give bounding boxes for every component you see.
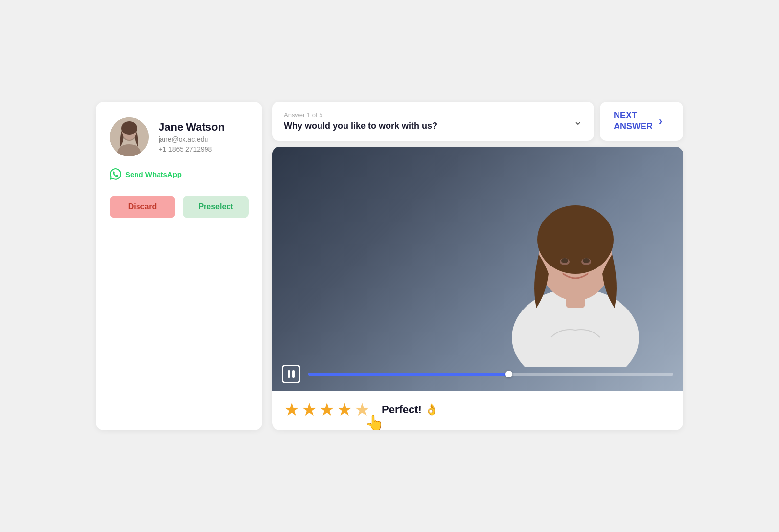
svg-point-10 xyxy=(561,258,568,263)
profile-header: Jane Watson jane@ox.ac.edu +1 1865 27129… xyxy=(110,117,249,156)
preselect-button[interactable]: Preselect xyxy=(183,196,249,218)
profile-info: Jane Watson jane@ox.ac.edu +1 1865 27129… xyxy=(159,121,225,153)
right-section: Answer 1 of 5 Why would you like to work… xyxy=(272,102,683,430)
video-controls xyxy=(272,357,683,391)
svg-point-3 xyxy=(121,121,137,135)
next-arrow-icon: › xyxy=(659,115,662,128)
question-text: Why would you like to work with us? xyxy=(284,121,437,131)
svg-point-7 xyxy=(537,205,614,274)
video-person xyxy=(473,156,668,367)
svg-point-11 xyxy=(583,258,590,263)
avatar xyxy=(110,117,149,156)
action-buttons: Discard Preselect xyxy=(110,196,249,218)
whatsapp-button[interactable]: Send WhatsApp xyxy=(110,168,182,180)
whatsapp-icon xyxy=(110,168,121,180)
progress-bar[interactable] xyxy=(308,373,673,376)
star-1[interactable]: ★ xyxy=(284,401,299,419)
profile-name: Jane Watson xyxy=(159,121,225,133)
question-bar: Answer 1 of 5 Why would you like to work… xyxy=(272,102,594,140)
star-4[interactable]: ★ xyxy=(337,401,352,419)
question-bar-left: Answer 1 of 5 Why would you like to work… xyxy=(284,111,437,131)
main-container: Jane Watson jane@ox.ac.edu +1 1865 27129… xyxy=(96,102,683,430)
chevron-down-icon[interactable]: ⌄ xyxy=(573,115,582,128)
star-2[interactable]: ★ xyxy=(301,401,317,419)
top-bar: Answer 1 of 5 Why would you like to work… xyxy=(272,102,683,140)
discard-button[interactable]: Discard xyxy=(110,196,175,218)
video-area[interactable] xyxy=(272,147,683,391)
next-answer-button[interactable]: NEXTANSWER › xyxy=(600,102,683,140)
whatsapp-label: Send WhatsApp xyxy=(125,170,182,178)
progress-thumb xyxy=(505,371,512,377)
stars-container[interactable]: ★ ★ ★ ★ ★ 👆 xyxy=(284,401,370,419)
next-answer-label: NEXTANSWER xyxy=(614,111,653,132)
video-card: ★ ★ ★ ★ ★ 👆 Perfect! 👌 xyxy=(272,147,683,430)
rating-section: ★ ★ ★ ★ ★ 👆 Perfect! 👌 xyxy=(272,391,683,430)
progress-bar-fill xyxy=(308,373,509,376)
star-3[interactable]: ★ xyxy=(319,401,335,419)
star-5[interactable]: ★ xyxy=(354,401,370,419)
rating-label: Perfect! 👌 xyxy=(382,403,438,416)
profile-card: Jane Watson jane@ox.ac.edu +1 1865 27129… xyxy=(96,102,262,430)
pause-button[interactable] xyxy=(282,365,300,383)
pause-icon xyxy=(282,365,300,383)
answer-count: Answer 1 of 5 xyxy=(284,111,437,119)
profile-phone: +1 1865 2712998 xyxy=(159,145,225,153)
profile-email: jane@ox.ac.edu xyxy=(159,135,225,143)
